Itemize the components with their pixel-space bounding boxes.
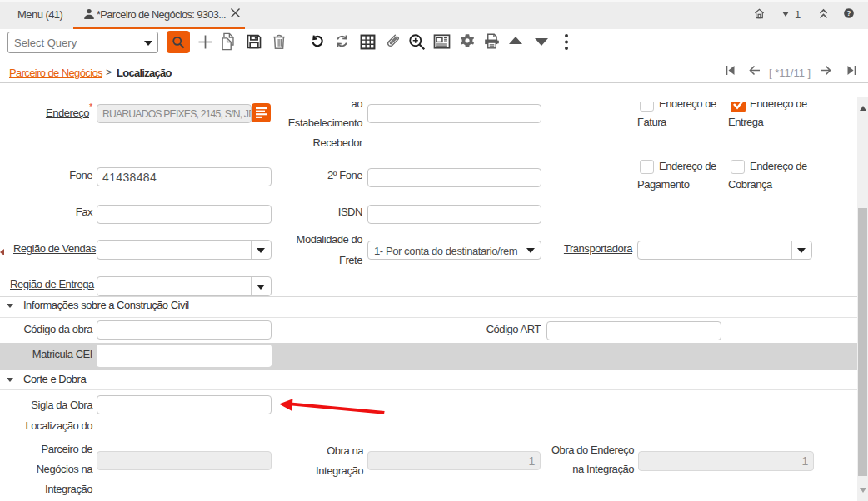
svg-text:?: ? (846, 9, 851, 17)
